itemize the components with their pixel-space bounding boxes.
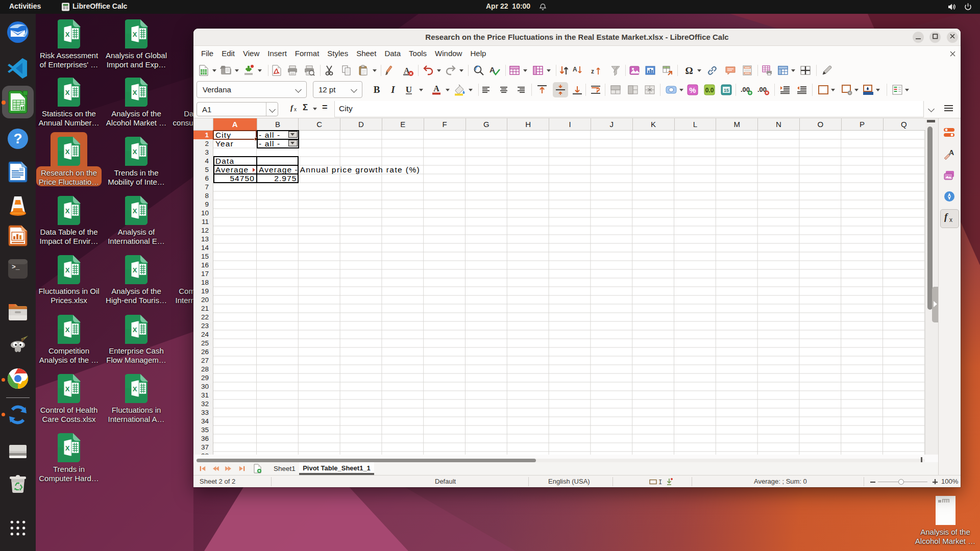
svg-text:I: I [658,479,662,485]
svg-text:>_: >_ [12,263,20,271]
svg-text:%: % [689,86,696,94]
svg-text:z: z [591,68,594,75]
svg-text:15: 15 [724,88,729,93]
svg-text:Ω: Ω [685,65,693,76]
svg-text:B: B [374,84,380,95]
svg-text:I: I [390,84,395,95]
svg-text:A: A [573,66,577,73]
svg-text:U: U [406,85,412,94]
svg-text:A: A [433,84,439,93]
svg-text:?: ? [13,131,22,146]
svg-text:0.0: 0.0 [705,87,714,94]
